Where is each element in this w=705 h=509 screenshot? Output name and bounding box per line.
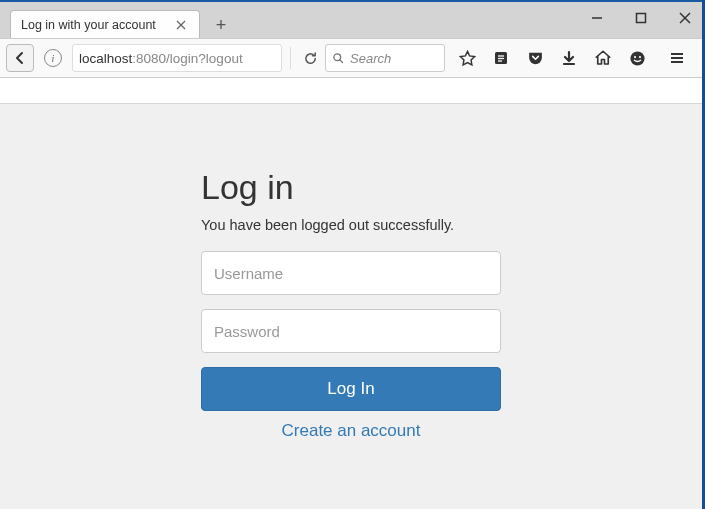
window-titlebar <box>0 0 702 8</box>
login-button[interactable]: Log In <box>201 367 501 411</box>
browser-toolbar: i localhost:8080/login?logout Search <box>0 38 702 78</box>
create-account-link[interactable]: Create an account <box>282 421 421 440</box>
url-host: localhost <box>79 51 132 66</box>
login-heading: Log in <box>201 168 501 207</box>
browser-tab[interactable]: Log in with your account <box>10 10 200 38</box>
svg-point-14 <box>638 56 640 58</box>
smiley-icon[interactable] <box>627 48 647 68</box>
svg-point-13 <box>633 56 635 58</box>
download-icon[interactable] <box>559 48 579 68</box>
url-bar[interactable]: localhost:8080/login?logout <box>72 44 282 72</box>
tab-title: Log in with your account <box>21 18 156 32</box>
maximize-icon[interactable] <box>631 8 651 28</box>
password-input[interactable] <box>201 309 501 353</box>
svg-line-7 <box>340 60 343 63</box>
logout-message: You have been logged out successfully. <box>201 217 501 233</box>
hamburger-menu-icon[interactable] <box>667 48 687 68</box>
close-icon[interactable] <box>675 8 695 28</box>
tab-close-icon[interactable] <box>173 17 189 33</box>
search-placeholder: Search <box>350 51 391 66</box>
search-icon <box>332 52 344 64</box>
url-path: :8080/login?logout <box>132 51 242 66</box>
bookmarks-bar <box>0 78 702 104</box>
svg-rect-1 <box>637 14 646 23</box>
home-icon[interactable] <box>593 48 613 68</box>
pocket-icon[interactable] <box>525 48 545 68</box>
search-bar[interactable]: Search <box>325 44 445 72</box>
reload-button[interactable] <box>299 47 321 69</box>
page-content: Log in You have been logged out successf… <box>0 104 702 509</box>
new-tab-button[interactable]: + <box>208 12 234 38</box>
username-input[interactable] <box>201 251 501 295</box>
bookmark-star-icon[interactable] <box>457 48 477 68</box>
site-info-icon[interactable]: i <box>44 49 62 67</box>
toolbar-separator <box>290 47 291 69</box>
reader-icon[interactable] <box>491 48 511 68</box>
window-controls <box>587 8 695 28</box>
minimize-icon[interactable] <box>587 8 607 28</box>
svg-point-12 <box>630 51 644 65</box>
back-button[interactable] <box>6 44 34 72</box>
login-form: Log in You have been logged out successf… <box>201 168 501 509</box>
